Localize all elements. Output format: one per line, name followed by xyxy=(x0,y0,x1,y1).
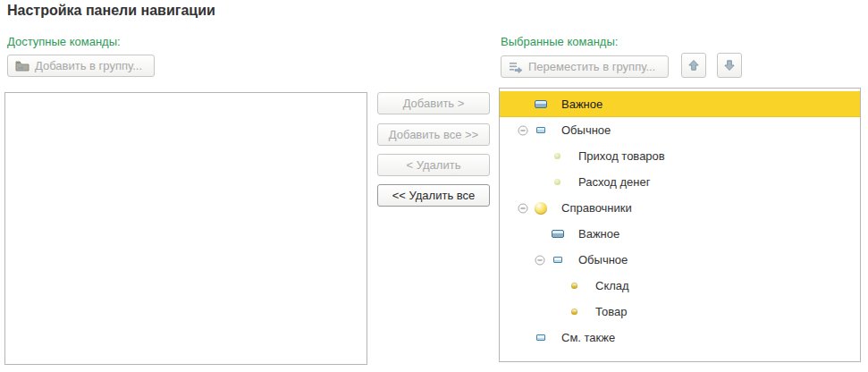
dot-pale-icon xyxy=(548,169,567,195)
navigation-settings-dialog: Настройка панели навигации Доступные ком… xyxy=(0,0,868,372)
page-title: Настройка панели навигации xyxy=(7,3,215,19)
add-all-button[interactable]: Добавить все >> xyxy=(377,123,490,146)
tree-item-label: Важное xyxy=(578,227,619,241)
available-commands-label: Доступные команды: xyxy=(7,35,121,48)
tree-item-label: Товар xyxy=(595,305,627,318)
dot-pale-icon xyxy=(548,143,567,169)
small-panel-icon xyxy=(548,247,567,273)
collapse-icon[interactable] xyxy=(531,143,548,169)
tree-row[interactable]: Обычное xyxy=(500,117,860,143)
available-commands-list[interactable] xyxy=(4,92,367,365)
tree-item-label: Приход товаров xyxy=(578,149,665,163)
tree-item-label: Расход денег xyxy=(578,175,650,189)
selected-commands-tree[interactable]: Важное Обычное Приход товаров Расход ден… xyxy=(499,88,861,362)
collapse-icon[interactable] xyxy=(548,299,565,325)
tree-item-label: Справочники xyxy=(561,201,632,215)
tree-item-label: Обычное xyxy=(561,123,611,137)
dot-gold-icon xyxy=(565,273,584,299)
collapse-icon[interactable] xyxy=(531,221,548,247)
tree-row[interactable]: Справочники xyxy=(500,195,860,221)
tree-item-label: Важное xyxy=(561,97,603,111)
tree-item-label: Обычное xyxy=(578,253,628,266)
arrow-down-icon xyxy=(723,59,736,72)
arrow-up-icon xyxy=(687,59,700,72)
collapse-icon[interactable] xyxy=(514,117,531,143)
tree-row[interactable]: Важное xyxy=(500,91,860,117)
add-to-group-label: Добавить в группу... xyxy=(35,59,142,72)
tree-row[interactable]: Важное xyxy=(500,221,860,247)
move-up-button[interactable] xyxy=(681,53,706,78)
tree-item-label: См. также xyxy=(561,331,615,344)
tree-row[interactable]: Обычное xyxy=(500,247,860,273)
remove-all-button[interactable]: << Удалить все xyxy=(377,184,490,207)
collapse-icon[interactable] xyxy=(531,169,548,195)
small-panel-icon xyxy=(531,117,550,143)
remove-button[interactable]: < Удалить xyxy=(377,154,490,176)
tree-item-label: Склад xyxy=(595,279,629,292)
collapse-icon[interactable] xyxy=(514,325,531,351)
move-to-group-button[interactable]: Переместить в группу... xyxy=(501,55,669,78)
small-panel-icon xyxy=(531,325,550,351)
catalog-icon xyxy=(531,195,550,221)
collapse-icon[interactable] xyxy=(531,247,548,273)
move-to-group-icon xyxy=(509,61,523,73)
move-down-button[interactable] xyxy=(717,53,742,78)
add-to-group-button[interactable]: Добавить в группу... xyxy=(7,55,155,77)
collapse-icon[interactable] xyxy=(514,91,531,117)
tree-row[interactable]: Приход товаров xyxy=(500,143,860,169)
panel-icon xyxy=(531,91,550,117)
folder-icon xyxy=(15,60,29,72)
selected-commands-label: Выбранные команды: xyxy=(501,35,618,48)
tree-row[interactable]: Товар xyxy=(500,299,860,325)
collapse-icon[interactable] xyxy=(514,195,531,221)
dot-gold-icon xyxy=(565,299,584,325)
tree-row[interactable]: Склад xyxy=(500,273,860,299)
move-to-group-label: Переместить в группу... xyxy=(528,60,655,73)
add-button[interactable]: Добавить > xyxy=(377,92,490,114)
panel-icon xyxy=(548,221,567,247)
tree-row[interactable]: Расход денег xyxy=(500,169,860,195)
tree-row[interactable]: См. также xyxy=(500,325,860,351)
collapse-icon[interactable] xyxy=(548,273,565,299)
